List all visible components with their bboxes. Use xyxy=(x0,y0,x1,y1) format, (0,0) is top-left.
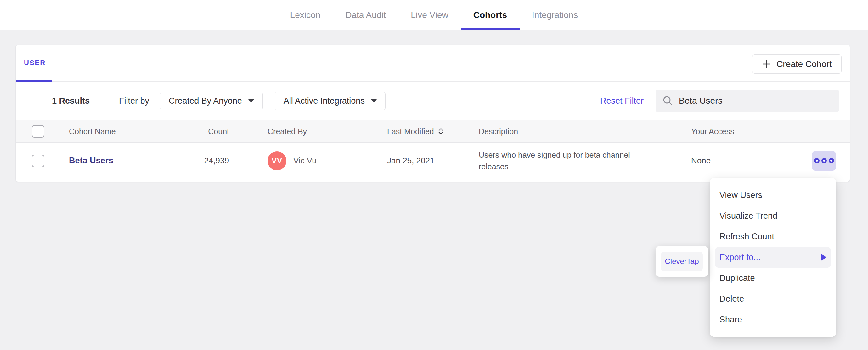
cohort-count: 24,939 xyxy=(163,156,229,166)
menu-item-duplicate[interactable]: Duplicate xyxy=(715,268,831,288)
last-modified-date: Jan 25, 2021 xyxy=(387,156,469,166)
menu-item-view-users[interactable]: View Users xyxy=(715,185,831,206)
cohort-description: Users who have signed up for beta channe… xyxy=(479,149,649,172)
avatar: VV xyxy=(268,151,286,170)
filter-bar: 1 Results Filter by Created By Anyone Al… xyxy=(16,82,850,120)
submenu-arrow-icon xyxy=(821,254,827,261)
header-cohort-name: Cohort Name xyxy=(69,127,163,136)
top-navigation: Lexicon Data Audit Live View Cohorts Int… xyxy=(0,0,868,31)
integrations-filter-value: All Active Integrations xyxy=(284,96,365,106)
menu-item-export-to-label: Export to... xyxy=(719,253,761,262)
integrations-filter-dropdown[interactable]: All Active Integrations xyxy=(275,92,385,110)
divider xyxy=(104,93,104,108)
caret-down-icon xyxy=(371,99,377,103)
sort-icon xyxy=(438,127,444,135)
header-created-by: Created By xyxy=(268,127,362,136)
table-row: Beta Users 24,939 VV Vic Vu Jan 25, 2021… xyxy=(16,143,850,179)
panel-tabs-header: USER Create Cohort xyxy=(16,45,850,82)
caret-down-icon xyxy=(248,99,254,103)
search-box xyxy=(656,90,839,112)
nav-tab-data-audit[interactable]: Data Audit xyxy=(345,0,386,30)
plus-icon xyxy=(762,59,771,69)
more-options-button[interactable] xyxy=(812,151,836,171)
created-by-filter-dropdown[interactable]: Created By Anyone xyxy=(160,92,263,110)
filter-by-label: Filter by xyxy=(119,96,149,106)
row-checkbox[interactable] xyxy=(32,154,44,167)
header-your-access: Your Access xyxy=(691,127,770,136)
table-header-row: Cohort Name Count Created By Last Modifi… xyxy=(16,120,850,143)
more-options-icon xyxy=(829,158,834,163)
nav-tab-live-view[interactable]: Live View xyxy=(411,0,448,30)
header-last-modified[interactable]: Last Modified xyxy=(387,127,469,136)
your-access-value: None xyxy=(691,156,770,166)
reset-filter-link[interactable]: Reset Filter xyxy=(600,96,644,106)
nav-tab-lexicon[interactable]: Lexicon xyxy=(290,0,321,30)
export-submenu: CleverTap xyxy=(656,246,708,277)
nav-tab-integrations[interactable]: Integrations xyxy=(532,0,578,30)
nav-tab-cohorts[interactable]: Cohorts xyxy=(473,0,507,30)
created-by-filter-value: Created By Anyone xyxy=(169,96,242,106)
select-all-checkbox[interactable] xyxy=(32,125,44,138)
menu-item-delete[interactable]: Delete xyxy=(715,288,831,309)
created-by-name: Vic Vu xyxy=(293,156,317,166)
more-options-icon xyxy=(822,158,827,163)
submenu-item-clevertap[interactable]: CleverTap xyxy=(661,252,703,271)
cohort-name-link[interactable]: Beta Users xyxy=(69,156,113,165)
menu-item-export-to[interactable]: Export to... xyxy=(715,247,831,268)
search-input[interactable] xyxy=(679,96,832,106)
cohorts-panel: USER Create Cohort 1 Results Filter by C… xyxy=(16,45,850,182)
results-count: 1 Results xyxy=(52,96,90,106)
tab-user[interactable]: USER xyxy=(24,59,45,67)
menu-item-share[interactable]: Share xyxy=(715,309,831,330)
header-last-modified-label: Last Modified xyxy=(387,127,434,136)
cohort-context-menu: View Users Visualize Trend Refresh Count… xyxy=(710,178,836,337)
menu-item-visualize-trend[interactable]: Visualize Trend xyxy=(715,206,831,226)
header-description: Description xyxy=(479,127,649,136)
search-icon xyxy=(662,96,673,106)
more-options-icon xyxy=(814,158,819,163)
menu-item-refresh-count[interactable]: Refresh Count xyxy=(715,226,831,247)
create-cohort-label: Create Cohort xyxy=(776,59,832,69)
tab-user-underline xyxy=(17,80,52,82)
header-count: Count xyxy=(163,127,229,136)
create-cohort-button[interactable]: Create Cohort xyxy=(752,55,842,73)
